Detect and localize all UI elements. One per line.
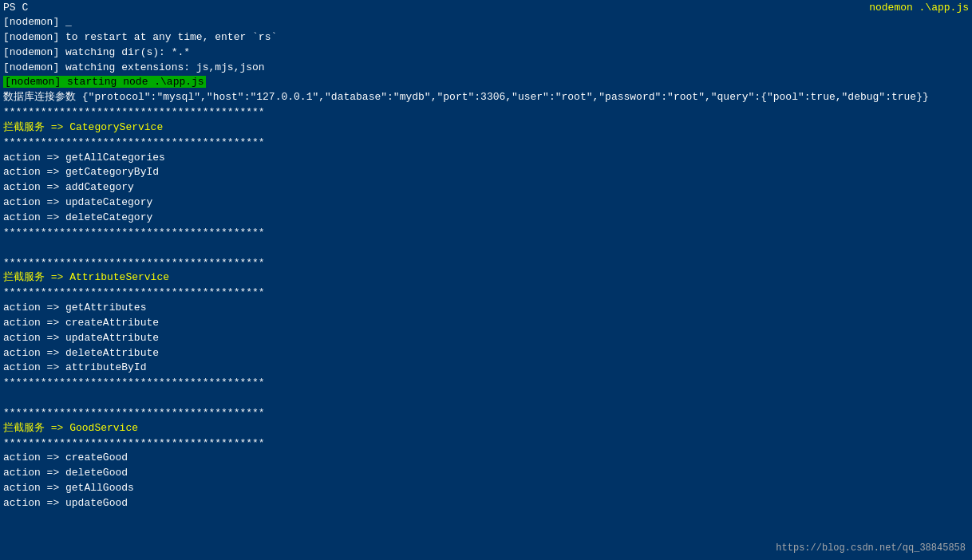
title-bar: PS C nodemon .\app.js (3, 2, 969, 14)
terminal-line: 数据库连接参数 {"protocol":"mysql","host":"127.… (3, 90, 969, 105)
terminal-line: action => attributeById (3, 361, 969, 376)
terminal-content: [nodemon] _[nodemon] to restart at any t… (3, 15, 969, 511)
terminal-line: ****************************************… (3, 226, 969, 241)
terminal-line: ****************************************… (3, 406, 969, 421)
terminal-line: ****************************************… (3, 256, 969, 271)
title-right: nodemon .\app.js (869, 2, 969, 14)
terminal-line (3, 241, 969, 256)
terminal-line: action => getCategoryById (3, 165, 969, 180)
title-left: PS C (3, 2, 28, 14)
terminal-line: [nodemon] watching dir(s): *.* (3, 45, 969, 61)
terminal-line: action => updateCategory (3, 195, 969, 211)
terminal-line: ****************************************… (3, 376, 969, 391)
terminal-line: action => createAttribute (3, 316, 969, 331)
terminal-line: [nodemon] _ (3, 15, 969, 30)
terminal-line: action => createGood (3, 451, 969, 466)
terminal-line: action => addCategory (3, 180, 969, 195)
terminal-line: action => getAllGoods (3, 481, 969, 496)
terminal-line: action => getAttributes (3, 301, 969, 316)
terminal-line: action => deleteAttribute (3, 346, 969, 361)
watermark: https://blog.csdn.net/qq_38845858 (776, 542, 966, 554)
terminal-line: action => deleteCategory (3, 211, 969, 226)
terminal-line: 拦截服务 => AttributeService (3, 270, 969, 286)
terminal-line: ****************************************… (3, 136, 969, 151)
terminal-line: action => updateGood (3, 496, 969, 511)
terminal-line: 拦截服务 => CategoryService (3, 120, 969, 136)
terminal-line: [nodemon] starting node .\app.js (3, 75, 969, 90)
terminal-line: [nodemon] to restart at any time, enter … (3, 30, 969, 45)
terminal-window: PS C nodemon .\app.js [nodemon] _[nodemo… (0, 0, 972, 560)
terminal-line: action => updateAttribute (3, 331, 969, 346)
terminal-line: 拦截服务 => GoodService (3, 421, 969, 436)
terminal-line: ****************************************… (3, 286, 969, 301)
terminal-line: ****************************************… (3, 436, 969, 452)
terminal-line (3, 391, 969, 406)
terminal-line: action => deleteGood (3, 466, 969, 481)
terminal-line: action => getAllCategories (3, 151, 969, 166)
terminal-line: [nodemon] watching extensions: js,mjs,js… (3, 61, 969, 76)
terminal-line: ****************************************… (3, 105, 969, 120)
